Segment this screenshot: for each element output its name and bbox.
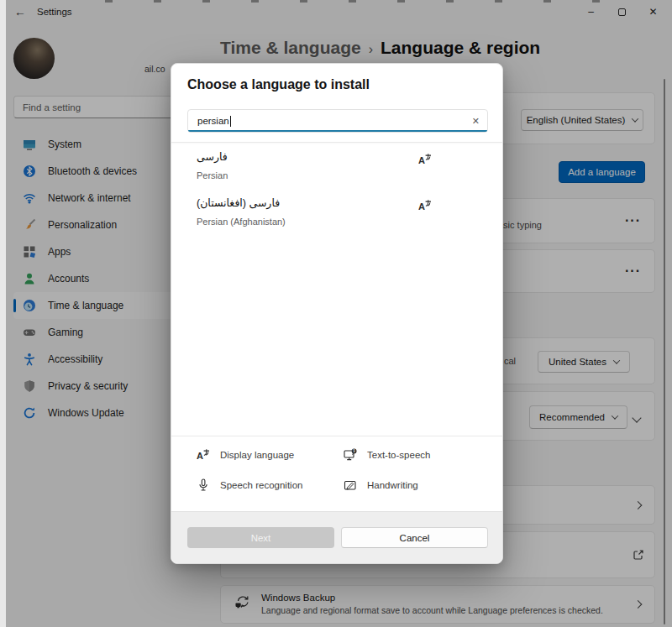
text-to-speech-icon: 9 bbox=[344, 448, 357, 462]
svg-text:A: A bbox=[418, 201, 425, 212]
focus-underline bbox=[188, 130, 487, 132]
svg-text:A: A bbox=[197, 451, 203, 461]
display-language-icon: A bbox=[418, 199, 432, 212]
legend-speech-recognition: Speech recognition bbox=[197, 478, 302, 492]
cancel-button[interactable]: Cancel bbox=[341, 527, 488, 548]
choose-language-dialog: Choose a language to install persian ✕ ف… bbox=[171, 63, 503, 564]
dialog-header-divider bbox=[171, 142, 502, 143]
clear-search-icon[interactable]: ✕ bbox=[472, 116, 480, 127]
language-result-persian-afghanistan[interactable]: فارسی (افغانستان) Persian (Afghanistan) … bbox=[171, 194, 502, 238]
legend-display-language: A Display language bbox=[197, 448, 294, 462]
legend-label: Display language bbox=[220, 450, 294, 460]
legend-label: Speech recognition bbox=[220, 480, 302, 490]
legend-text-to-speech: 9 Text-to-speech bbox=[344, 448, 430, 462]
language-search-input[interactable]: persian ✕ bbox=[187, 109, 488, 133]
display-language-icon: A bbox=[418, 153, 432, 166]
legend-handwriting: Handwriting bbox=[344, 478, 418, 492]
dialog-title: Choose a language to install bbox=[187, 77, 370, 92]
language-search-value: persian bbox=[197, 116, 229, 126]
svg-text:A: A bbox=[418, 155, 425, 165]
language-english-name: Persian bbox=[197, 170, 228, 180]
legend-label: Handwriting bbox=[367, 480, 418, 490]
handwriting-icon bbox=[344, 478, 357, 492]
next-button[interactable]: Next bbox=[187, 527, 334, 548]
feature-legend: A Display language 9 Text-to-speech Spee… bbox=[171, 436, 502, 513]
language-native-name: فارسی (افغانستان) bbox=[197, 196, 280, 209]
dialog-footer: Next Cancel bbox=[171, 511, 502, 563]
speech-recognition-icon bbox=[197, 478, 210, 492]
display-language-icon: A bbox=[197, 448, 210, 462]
legend-label: Text-to-speech bbox=[367, 450, 430, 460]
text-cursor bbox=[230, 116, 231, 127]
language-english-name: Persian (Afghanistan) bbox=[197, 217, 286, 227]
language-result-persian[interactable]: فارسی Persian A bbox=[171, 148, 502, 191]
language-native-name: فارسی bbox=[197, 150, 228, 163]
